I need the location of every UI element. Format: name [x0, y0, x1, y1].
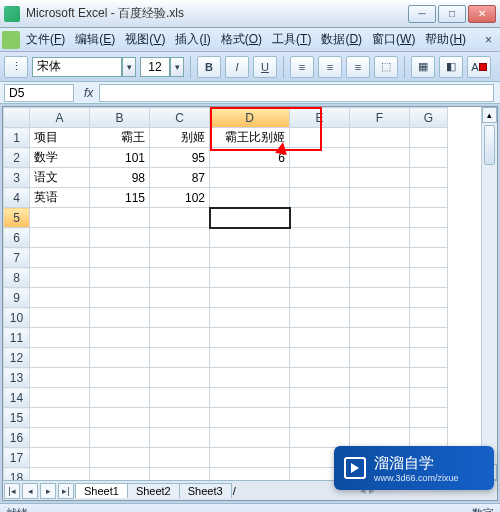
row-header-9[interactable]: 9: [4, 288, 30, 308]
row-header-1[interactable]: 1: [4, 128, 30, 148]
align-center-button[interactable]: ≡: [318, 56, 342, 78]
cell-C7[interactable]: [150, 248, 210, 268]
cell-G10[interactable]: [410, 308, 448, 328]
cell-D17[interactable]: [210, 448, 290, 468]
cell-D6[interactable]: [210, 228, 290, 248]
italic-button[interactable]: I: [225, 56, 249, 78]
menu-insert[interactable]: 插入(I): [171, 29, 214, 50]
cell-B12[interactable]: [90, 348, 150, 368]
cell-B4[interactable]: 115: [90, 188, 150, 208]
row-header-12[interactable]: 12: [4, 348, 30, 368]
cell-E4[interactable]: [290, 188, 350, 208]
cell-G1[interactable]: [410, 128, 448, 148]
cell-D2[interactable]: 6: [210, 148, 290, 168]
cell-A13[interactable]: [30, 368, 90, 388]
cell-E3[interactable]: [290, 168, 350, 188]
cell-D9[interactable]: [210, 288, 290, 308]
cell-G13[interactable]: [410, 368, 448, 388]
cell-F2[interactable]: [350, 148, 410, 168]
cell-D8[interactable]: [210, 268, 290, 288]
scroll-up-icon[interactable]: ▴: [482, 107, 497, 123]
cell-F6[interactable]: [350, 228, 410, 248]
cell-E1[interactable]: [290, 128, 350, 148]
cell-A12[interactable]: [30, 348, 90, 368]
row-header-14[interactable]: 14: [4, 388, 30, 408]
cell-A8[interactable]: [30, 268, 90, 288]
row-header-6[interactable]: 6: [4, 228, 30, 248]
row-header-13[interactable]: 13: [4, 368, 30, 388]
cell-G11[interactable]: [410, 328, 448, 348]
cell-B14[interactable]: [90, 388, 150, 408]
cell-B13[interactable]: [90, 368, 150, 388]
cell-A17[interactable]: [30, 448, 90, 468]
cell-E8[interactable]: [290, 268, 350, 288]
sheet-tab-1[interactable]: Sheet1: [75, 483, 128, 498]
font-color-button[interactable]: A: [467, 56, 491, 78]
cell-G5[interactable]: [410, 208, 448, 228]
font-size-dropdown-icon[interactable]: ▾: [170, 57, 184, 77]
tab-nav-first-icon[interactable]: |◂: [4, 483, 20, 499]
cell-A7[interactable]: [30, 248, 90, 268]
cell-E6[interactable]: [290, 228, 350, 248]
font-name-dropdown-icon[interactable]: ▾: [122, 57, 136, 77]
cell-F3[interactable]: [350, 168, 410, 188]
cell-C12[interactable]: [150, 348, 210, 368]
cell-C2[interactable]: 95: [150, 148, 210, 168]
col-header-A[interactable]: A: [30, 108, 90, 128]
toolbar-handle-icon[interactable]: ⋮: [4, 56, 28, 78]
align-left-button[interactable]: ≡: [290, 56, 314, 78]
cell-F7[interactable]: [350, 248, 410, 268]
menu-edit[interactable]: 编辑(E): [71, 29, 119, 50]
cell-E9[interactable]: [290, 288, 350, 308]
minimize-button[interactable]: ─: [408, 5, 436, 23]
cell-D5[interactable]: [210, 208, 290, 228]
col-header-C[interactable]: C: [150, 108, 210, 128]
sheet-tab-2[interactable]: Sheet2: [127, 483, 180, 498]
cell-E14[interactable]: [290, 388, 350, 408]
cell-B11[interactable]: [90, 328, 150, 348]
menu-format[interactable]: 格式(O): [217, 29, 266, 50]
row-header-8[interactable]: 8: [4, 268, 30, 288]
cell-B9[interactable]: [90, 288, 150, 308]
cell-A6[interactable]: [30, 228, 90, 248]
cell-C16[interactable]: [150, 428, 210, 448]
cell-E16[interactable]: [290, 428, 350, 448]
col-header-G[interactable]: G: [410, 108, 448, 128]
cell-E12[interactable]: [290, 348, 350, 368]
cell-G7[interactable]: [410, 248, 448, 268]
cell-F9[interactable]: [350, 288, 410, 308]
cell-F14[interactable]: [350, 388, 410, 408]
cell-B17[interactable]: [90, 448, 150, 468]
cell-B8[interactable]: [90, 268, 150, 288]
tab-nav-last-icon[interactable]: ▸|: [58, 483, 74, 499]
cell-D4[interactable]: [210, 188, 290, 208]
cell-A11[interactable]: [30, 328, 90, 348]
cell-C6[interactable]: [150, 228, 210, 248]
cell-G8[interactable]: [410, 268, 448, 288]
cell-F4[interactable]: [350, 188, 410, 208]
row-header-7[interactable]: 7: [4, 248, 30, 268]
row-header-4[interactable]: 4: [4, 188, 30, 208]
cell-C14[interactable]: [150, 388, 210, 408]
cell-E13[interactable]: [290, 368, 350, 388]
font-name-combo[interactable]: ▾: [32, 57, 136, 77]
cell-E11[interactable]: [290, 328, 350, 348]
cell-D15[interactable]: [210, 408, 290, 428]
cell-A4[interactable]: 英语: [30, 188, 90, 208]
border-button[interactable]: ▦: [411, 56, 435, 78]
col-header-E[interactable]: E: [290, 108, 350, 128]
row-header-3[interactable]: 3: [4, 168, 30, 188]
cell-C9[interactable]: [150, 288, 210, 308]
cell-C8[interactable]: [150, 268, 210, 288]
cell-G15[interactable]: [410, 408, 448, 428]
cell-B15[interactable]: [90, 408, 150, 428]
cell-G6[interactable]: [410, 228, 448, 248]
font-name-input[interactable]: [32, 57, 122, 77]
cell-D1[interactable]: 霸王比别姬: [210, 128, 290, 148]
cell-F1[interactable]: [350, 128, 410, 148]
maximize-button[interactable]: □: [438, 5, 466, 23]
menu-data[interactable]: 数据(D): [317, 29, 366, 50]
cell-C13[interactable]: [150, 368, 210, 388]
fx-label[interactable]: fx: [78, 86, 99, 100]
doc-close-button[interactable]: ×: [479, 33, 498, 47]
